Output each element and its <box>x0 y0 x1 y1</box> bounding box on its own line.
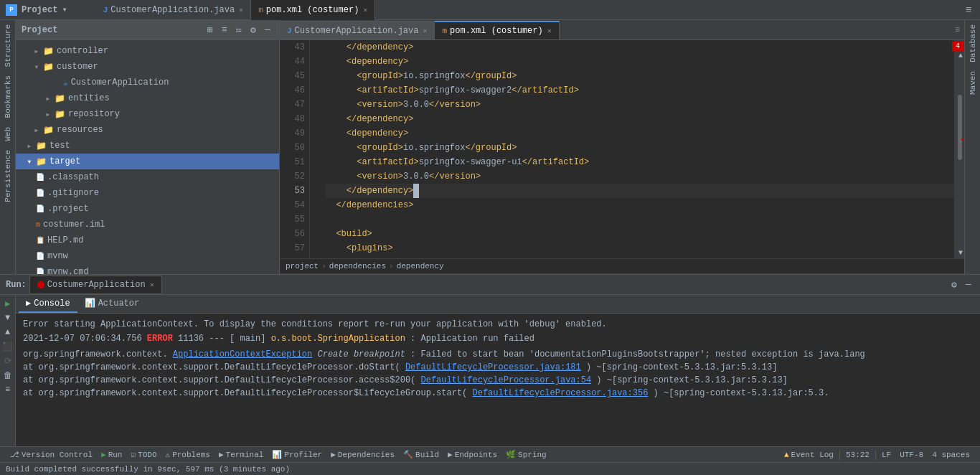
run-app-tab[interactable]: CostumerApplication ✕ <box>29 276 162 294</box>
scroll-up-arrow[interactable]: ▲ <box>958 52 963 60</box>
status-version-control[interactable]: ⎇ Version Control <box>6 447 97 463</box>
tree-item-entities[interactable]: ▶ 📁 entities <box>16 90 279 106</box>
project-dropdown-icon[interactable]: ▾ <box>62 4 67 15</box>
status-indent[interactable]: 4 spaces <box>928 447 974 463</box>
run-minimize-icon[interactable]: — <box>963 279 974 291</box>
status-line-ending[interactable]: LF <box>877 447 895 463</box>
folder-icon-resources: 📁 <box>43 125 54 136</box>
status-right: ▲ Event Log 53:22 LF UTF-8 4 spaces <box>780 447 974 463</box>
status-problems[interactable]: ⚠ Problems <box>161 447 215 463</box>
console-line-2: 2021-12-07 07:06:34.756 ERROR 11136 --- … <box>23 332 973 345</box>
status-dependencies[interactable]: ▶ Dependencies <box>326 447 399 463</box>
tab-java[interactable]: J CustomerApplication.java ✕ <box>96 0 251 20</box>
console-tab-console[interactable]: ▶ Console <box>19 296 77 313</box>
project-minimize-icon[interactable]: — <box>262 24 273 36</box>
breadcrumb-dependency[interactable]: dependency <box>397 262 444 271</box>
project-settings-icon[interactable]: ⚙ <box>248 24 259 36</box>
status-run[interactable]: ▶ Run <box>97 447 126 463</box>
console-line-6: at org.springframework.context.support.D… <box>23 387 973 400</box>
sidebar-label-web[interactable]: Web <box>2 123 14 146</box>
status-event-log[interactable]: ▲ Event Log <box>780 447 838 463</box>
status-terminal[interactable]: ▶ Terminal <box>215 447 268 463</box>
editor-tab-menu[interactable]: ≡ <box>955 25 964 35</box>
project-collapse-icon[interactable]: ≡ <box>219 24 230 36</box>
tree-item-mvnw[interactable]: 📄 mvnw <box>16 248 279 264</box>
stack-link-3[interactable]: DefaultLifecycleProcessor.java:356 <box>473 388 649 398</box>
run-scroll-up-icon[interactable]: ▲ <box>2 326 14 338</box>
status-profiler[interactable]: 📊 Profiler <box>268 447 326 463</box>
run-label: Run: <box>6 280 27 290</box>
breadcrumb-bar: project › dependencies › dependency <box>280 258 964 274</box>
run-stop-icon[interactable]: ⬛ <box>2 341 14 352</box>
tree-item-repository[interactable]: ▶ 📁 repository <box>16 106 279 122</box>
tree-item-help[interactable]: 📋 HELP.md <box>16 232 279 248</box>
tab-java-label: CustomerApplication.java <box>110 5 235 15</box>
maven-label[interactable]: Maven <box>967 67 979 99</box>
status-encoding[interactable]: UTF-8 <box>895 447 928 463</box>
tree-arrow: ▶ <box>33 48 40 55</box>
tree-item-customer[interactable]: ▼ 📁 customer <box>16 59 279 75</box>
sidebar-label-bookmarks[interactable]: Bookmarks <box>2 71 14 122</box>
stack-link-2[interactable]: DefaultLifecycleProcessor.java:54 <box>421 375 592 385</box>
status-position[interactable]: 53:22 <box>842 447 874 463</box>
tree-item-test[interactable]: ▶ 📁 test <box>16 138 279 154</box>
tree-item-classpath[interactable]: 📄 .classpath <box>16 169 279 185</box>
console-tab-actuator[interactable]: 📊 Actuator <box>77 296 147 313</box>
editor-tab-java[interactable]: J CustomerApplication.java ✕ <box>280 21 435 39</box>
run-settings-icon[interactable]: ⚙ <box>948 279 960 291</box>
tree-label-entities: entities <box>68 93 110 103</box>
breadcrumb-project[interactable]: project <box>286 262 319 271</box>
stack-link-1[interactable]: DefaultLifecycleProcessor.java:181 <box>405 362 581 372</box>
tree-item-gitignore[interactable]: 📄 .gitignore <box>16 185 279 201</box>
breadcrumb-dependencies[interactable]: dependencies <box>329 262 386 271</box>
code-line-52: <version>3.0.0</version> <box>326 169 964 184</box>
status-endpoints[interactable]: ▶ Endpoints <box>443 447 501 463</box>
folder-icon-customer: 📁 <box>43 62 54 72</box>
scroll-down-arrow[interactable]: ▼ <box>958 249 963 257</box>
database-label[interactable]: Database <box>967 20 979 67</box>
run-play-icon[interactable]: ▶ <box>2 298 14 309</box>
editor-content[interactable]: 43 44 45 46 47 48 49 50 51 52 53 54 <box>280 40 964 258</box>
project-equalizer-icon[interactable]: ≔ <box>233 24 245 36</box>
sidebar-label-persistence[interactable]: Persistence <box>2 146 14 207</box>
tree-item-iml[interactable]: m costumer.iml <box>16 217 279 232</box>
code-line-53: </dependency> <box>326 184 964 198</box>
status-todo[interactable]: ☑ TODO <box>126 447 161 463</box>
run-scroll-down-icon[interactable]: ▼ <box>2 312 14 324</box>
status-spring[interactable]: 🌿 Spring <box>501 447 551 463</box>
code-line-47: <version>3.0.0</version> <box>326 98 964 112</box>
tree-item-resources[interactable]: ▶ 📁 resources <box>16 122 279 138</box>
editor-tab-pom-close[interactable]: ✕ <box>547 27 552 35</box>
editor-tab-pom[interactable]: m pom.xml (costumer) ✕ <box>435 21 559 39</box>
tab-java-close[interactable]: ✕ <box>239 6 243 14</box>
run-wrap-icon[interactable]: ≡ <box>2 384 14 395</box>
tree-item-mvnwcmd[interactable]: 📄 mvnw.cmd <box>16 264 279 274</box>
run-app-status-icon <box>37 281 44 288</box>
tree-item-target[interactable]: ▼ 📁 target <box>16 154 279 169</box>
folder-icon-repo: 📁 <box>55 109 65 120</box>
status-build[interactable]: 🔨 Build <box>399 447 443 463</box>
folder-icon-entities: 📁 <box>55 93 65 104</box>
code-line-45: <groupId>io.springfox</groupId> <box>326 69 964 83</box>
console-output[interactable]: Error starting ApplicationContext. To di… <box>16 314 980 446</box>
run-clear-icon[interactable]: 🗑 <box>2 370 14 381</box>
editor-main: 43 44 45 46 47 48 49 50 51 52 53 54 <box>280 40 964 274</box>
code-area[interactable]: </dependency> <dependency> <groupId>io.s… <box>323 40 964 258</box>
menu-icon[interactable]: ≡ <box>963 4 974 16</box>
tab-pom[interactable]: m pom.xml (costumer) ✕ <box>251 0 375 20</box>
tab-pom-close[interactable]: ✕ <box>363 6 367 14</box>
tree-item-controller[interactable]: ▶ 📁 controller <box>16 43 279 59</box>
project-new-icon[interactable]: ⊞ <box>204 24 216 36</box>
terminal-icon: ▶ <box>219 450 224 459</box>
folder-icon-target: 📁 <box>36 156 47 167</box>
run-app-close[interactable]: ✕ <box>150 281 154 289</box>
run-rerun-icon[interactable]: ⟳ <box>2 355 14 367</box>
tree-item-project[interactable]: 📄 .project <box>16 201 279 217</box>
right-scrollbar[interactable]: 4 ▲ ▼ <box>954 40 964 258</box>
scrollbar-thumb[interactable] <box>958 95 962 160</box>
tree-item-customer-app[interactable]: ☕ CustomerApplication <box>16 75 279 90</box>
exception-link[interactable]: ApplicationContextException <box>173 349 312 359</box>
editor-tab-java-close[interactable]: ✕ <box>423 27 427 35</box>
project-tree: ▶ 📁 controller ▼ 📁 customer ☕ Custo <box>16 40 279 274</box>
sidebar-label-structure[interactable]: Structure <box>2 20 14 71</box>
